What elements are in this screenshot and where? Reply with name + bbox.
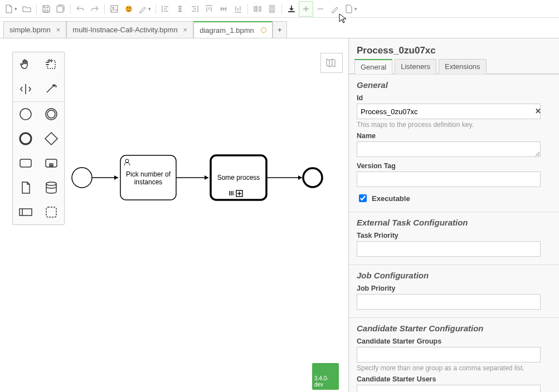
color-picker-button[interactable]: ▾	[136, 1, 153, 17]
group-general-title: General	[357, 80, 551, 90]
svg-point-3	[127, 7, 128, 8]
tab-simple[interactable]: simple.bpmn ×	[3, 21, 66, 38]
tab-label: diagram_1.bpmn	[200, 26, 254, 35]
tab-label: simple.bpmn	[9, 26, 51, 34]
align-top-button[interactable]	[202, 1, 216, 17]
start-event[interactable]	[72, 168, 92, 188]
candidate-groups-label: Candidate Starter Groups	[357, 337, 551, 345]
zoom-out-button[interactable]	[313, 1, 328, 17]
svg-point-2	[125, 6, 132, 12]
top-toolbar: ▾ ▾ ▾	[0, 0, 559, 18]
save-all-button[interactable]	[54, 1, 68, 17]
candidate-users-label: Candidate Starter Users	[357, 375, 551, 383]
executable-checkbox[interactable]	[359, 194, 367, 202]
svg-rect-8	[270, 11, 274, 12]
id-hint: This maps to the process definition key.	[357, 121, 551, 129]
job-priority-input[interactable]	[357, 294, 541, 310]
task-priority-label: Task Priority	[357, 232, 551, 239]
align-left-button[interactable]	[158, 1, 173, 17]
tab-general[interactable]: General	[354, 59, 392, 74]
version-tag-label: Version Tag	[357, 162, 551, 170]
svg-point-4	[129, 7, 130, 8]
deploy-icon[interactable]	[121, 1, 136, 17]
tab-diagram-1[interactable]: diagram_1.bpmn	[193, 21, 273, 38]
candidate-groups-hint: Specify more than one group as a comma s…	[357, 364, 551, 372]
properties-tabs: General Listeners Extensions	[349, 58, 559, 74]
export-button[interactable]	[284, 1, 299, 17]
properties-title: Process_0zu07xc	[349, 38, 559, 58]
candidate-groups-input[interactable]	[357, 347, 541, 362]
align-center-button[interactable]	[173, 1, 187, 17]
group-job-title: Job Configuration	[357, 271, 551, 280]
task-label: Pick number of	[126, 170, 171, 178]
distribute-v-button[interactable]	[265, 1, 279, 17]
align-bottom-button[interactable]	[231, 1, 245, 17]
edit-button[interactable]	[328, 1, 342, 17]
close-icon[interactable]: ×	[56, 26, 61, 34]
unsaved-indicator-icon	[261, 27, 266, 33]
version-badge: 3.4.0-dev	[312, 363, 339, 390]
image-export-button[interactable]	[107, 1, 121, 17]
svg-rect-0	[111, 6, 118, 12]
new-file-button[interactable]: ▾	[2, 1, 20, 17]
executable-label: Executable	[372, 194, 410, 203]
group-candidate-title: Candidate Starter Configuration	[357, 324, 551, 333]
name-label: Name	[357, 132, 551, 140]
id-label: Id	[357, 94, 551, 102]
document-tab-bar: simple.bpmn × multi-Instnace-Call-Activi…	[0, 18, 559, 38]
group-ext-task-title: External Task Configuration	[357, 218, 551, 227]
new-tab-button[interactable]: +	[273, 21, 287, 38]
tab-extensions[interactable]: Extensions	[439, 59, 487, 74]
close-icon[interactable]: ×	[183, 26, 188, 34]
properties-panel: Process_0zu07xc General Listeners Extens…	[348, 38, 559, 392]
tab-label: multi-Instnace-Call-Activity.bpmn	[72, 26, 177, 34]
name-input[interactable]	[357, 141, 541, 157]
undo-button[interactable]	[73, 1, 88, 17]
distribute-h-button[interactable]	[250, 1, 265, 17]
executable-checkbox-row[interactable]: Executable	[357, 193, 551, 204]
id-input[interactable]	[357, 104, 541, 119]
redo-button[interactable]	[88, 1, 102, 17]
task-label: Some process	[217, 174, 260, 182]
job-priority-label: Job Priority	[357, 285, 551, 292]
bpmn-diagram: Pick number of instances Some process	[0, 38, 334, 261]
align-right-button[interactable]	[187, 1, 202, 17]
svg-rect-6	[259, 7, 261, 11]
zoom-in-button[interactable]	[299, 1, 313, 17]
svg-rect-5	[254, 7, 256, 11]
tab-multi-instance[interactable]: multi-Instnace-Call-Activity.bpmn ×	[66, 21, 193, 38]
tab-listeners[interactable]: Listeners	[395, 59, 436, 74]
task-label: instances	[134, 178, 163, 186]
svg-point-1	[113, 7, 114, 8]
clear-icon[interactable]: ✕	[535, 107, 541, 115]
diagram-canvas[interactable]: Pick number of instances Some process 3.…	[0, 38, 348, 392]
open-file-button[interactable]	[20, 1, 34, 17]
task-priority-input[interactable]	[357, 241, 541, 257]
save-button[interactable]	[39, 1, 54, 17]
candidate-users-input[interactable]	[357, 385, 541, 392]
version-tag-input[interactable]	[357, 171, 541, 187]
svg-rect-7	[270, 6, 274, 7]
doc-options-button[interactable]: ▾	[342, 1, 359, 17]
end-event[interactable]	[303, 168, 322, 187]
align-middle-button[interactable]	[216, 1, 231, 17]
